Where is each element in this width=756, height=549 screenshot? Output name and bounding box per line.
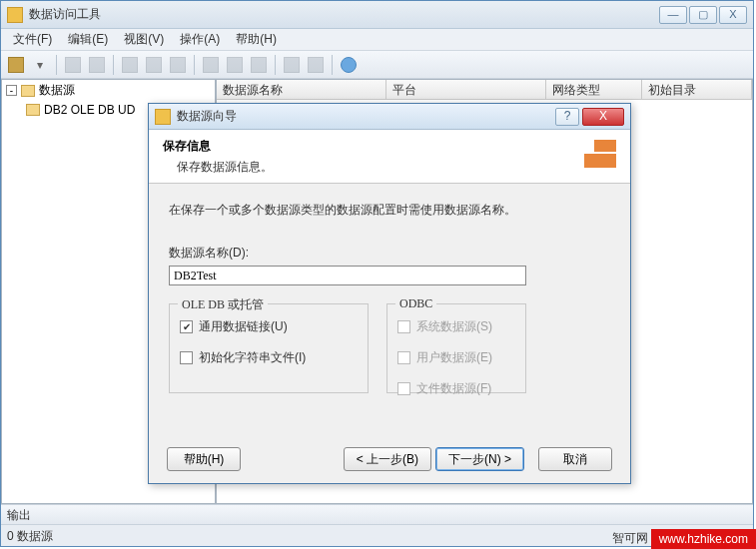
- toolbar-separator: [56, 55, 57, 75]
- grid-col-nettype[interactable]: 网络类型: [546, 80, 642, 99]
- checkbox-udl-row[interactable]: ✔ 通用数据链接(U): [180, 318, 358, 335]
- help-button[interactable]: 帮助(H): [167, 447, 241, 471]
- checkbox-user-label: 用户数据源(E): [416, 349, 492, 366]
- wizard-logo-icon: [576, 139, 616, 175]
- tree-root-label: 数据源: [39, 82, 75, 99]
- menu-file[interactable]: 文件(F): [5, 29, 60, 50]
- datasource-name-label: 数据源名称(D):: [169, 245, 610, 262]
- toolbar-btn-icon: [167, 54, 189, 76]
- watermark-url: www.hzhike.com: [651, 529, 756, 549]
- toolbar-btn-icon: [119, 54, 141, 76]
- toolbar-btn-icon: [200, 54, 222, 76]
- fieldset-odbc-legend: ODBC: [395, 296, 436, 311]
- wizard-header-subtitle: 保存数据源信息。: [163, 159, 576, 176]
- maximize-button[interactable]: ▢: [689, 6, 717, 24]
- watermark-brand: 智可网: [612, 530, 648, 547]
- main-titlebar[interactable]: 数据访问工具 — ▢ X: [1, 1, 753, 29]
- toolbar: ▾: [1, 51, 753, 79]
- wizard-header: 保存信息 保存数据源信息。: [149, 130, 630, 184]
- folder-icon: [21, 85, 35, 97]
- menubar: 文件(F) 编辑(E) 视图(V) 操作(A) 帮助(H): [1, 29, 753, 51]
- checkbox-sys-label: 系统数据源(S): [416, 318, 492, 335]
- wizard-header-title: 保存信息: [163, 138, 576, 155]
- fieldset-oledb: OLE DB 或托管 ✔ 通用数据链接(U) 初始化字符串文件(I): [169, 303, 369, 393]
- toolbar-separator: [113, 55, 114, 75]
- toolbar-help-icon[interactable]: [338, 54, 360, 76]
- minimize-button[interactable]: —: [659, 6, 687, 24]
- wizard-body: 在保存一个或多个数据源类型的数据源配置时需使用数据源名称。 数据源名称(D): …: [149, 184, 630, 403]
- wizard-titlebar-help-button[interactable]: ?: [555, 108, 579, 126]
- toolbar-btn-icon: [143, 54, 165, 76]
- checkbox-icon: [397, 320, 410, 333]
- toolbar-dropdown-icon[interactable]: ▾: [29, 54, 51, 76]
- output-panel-header[interactable]: 输出: [1, 504, 753, 524]
- wizard-title: 数据源向导: [177, 108, 555, 125]
- main-title: 数据访问工具: [29, 6, 657, 23]
- grid-header: 数据源名称 平台 网络类型 初始目录: [217, 80, 752, 100]
- menu-edit[interactable]: 编辑(E): [60, 29, 116, 50]
- close-button[interactable]: X: [719, 6, 747, 24]
- checkbox-icon[interactable]: [180, 351, 193, 364]
- toolbar-btn-icon: [62, 54, 84, 76]
- checkbox-file-label: 文件数据源(F): [416, 380, 491, 397]
- toolbar-btn-icon: [86, 54, 108, 76]
- grid-col-platform[interactable]: 平台: [386, 80, 546, 99]
- checkbox-init-row[interactable]: 初始化字符串文件(I): [180, 349, 358, 366]
- checkbox-file-row: 文件数据源(F): [397, 380, 515, 397]
- folder-icon: [26, 104, 40, 116]
- toolbar-separator: [332, 55, 333, 75]
- wizard-note: 在保存一个或多个数据源类型的数据源配置时需使用数据源名称。: [169, 202, 610, 219]
- datasource-name-input[interactable]: [169, 266, 526, 285]
- back-button[interactable]: < 上一步(B): [344, 447, 431, 471]
- toolbar-separator: [194, 55, 195, 75]
- checkbox-icon[interactable]: ✔: [180, 320, 193, 333]
- checkbox-udl-label: 通用数据链接(U): [199, 318, 288, 335]
- toolbar-btn-icon: [305, 54, 327, 76]
- wizard-dialog: 数据源向导 ? X 保存信息 保存数据源信息。 在保存一个或多个数据源类型的数据…: [148, 103, 631, 484]
- checkbox-sys-row: 系统数据源(S): [397, 318, 515, 335]
- menu-action[interactable]: 操作(A): [172, 29, 228, 50]
- tree-item-label: DB2 OLE DB UD: [44, 103, 135, 117]
- toolbar-separator: [275, 55, 276, 75]
- wizard-titlebar[interactable]: 数据源向导 ? X: [149, 104, 630, 130]
- checkbox-icon: [397, 351, 410, 364]
- wizard-button-row: 帮助(H) < 上一步(B) 下一步(N) > 取消: [149, 447, 630, 471]
- app-icon: [7, 7, 23, 23]
- tree-root[interactable]: - 数据源: [2, 80, 215, 101]
- wizard-close-button[interactable]: X: [582, 108, 624, 126]
- toolbar-btn-icon: [248, 54, 270, 76]
- fieldset-oledb-legend: OLE DB 或托管: [178, 296, 268, 313]
- collapse-icon[interactable]: -: [6, 85, 17, 96]
- grid-col-name[interactable]: 数据源名称: [217, 80, 386, 99]
- fieldset-odbc: ODBC 系统数据源(S) 用户数据源(E) 文件数据源(F): [386, 303, 526, 393]
- next-button[interactable]: 下一步(N) >: [435, 447, 524, 471]
- grid-col-initcat[interactable]: 初始目录: [642, 80, 752, 99]
- cancel-button[interactable]: 取消: [538, 447, 612, 471]
- toolbar-new-icon[interactable]: [5, 54, 27, 76]
- checkbox-init-label: 初始化字符串文件(I): [199, 349, 306, 366]
- checkbox-icon: [397, 382, 410, 395]
- toolbar-btn-icon: [224, 54, 246, 76]
- menu-help[interactable]: 帮助(H): [228, 29, 285, 50]
- checkbox-user-row: 用户数据源(E): [397, 349, 515, 366]
- toolbar-btn-icon: [281, 54, 303, 76]
- menu-view[interactable]: 视图(V): [116, 29, 172, 50]
- wizard-icon: [155, 109, 171, 125]
